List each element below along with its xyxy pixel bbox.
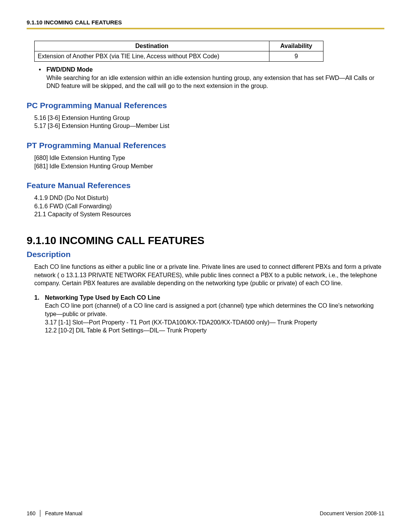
bullet-body: While searching for an idle extension wi…	[46, 74, 384, 90]
bullet-title: FWD/DND Mode	[46, 66, 384, 74]
bullet-icon: •	[39, 66, 46, 90]
main-section-heading: 9.1.10 INCOMING CALL FEATURES	[27, 235, 384, 247]
footer-page-number: 160	[27, 510, 35, 516]
pc-programming-refs: 5.16 [3-6] Extension Hunting Group 5.17 …	[34, 114, 384, 130]
header-rule	[27, 28, 384, 29]
table-cell-destination: Extension of Another PBX (via TIE Line, …	[35, 51, 269, 62]
networking-type-item: 1. Networking Type Used by Each CO Line …	[34, 294, 384, 335]
page-header: 9.1.10 INCOMING CALL FEATURES	[27, 19, 384, 26]
description-body: Each CO line functions as either a publi…	[34, 263, 384, 288]
destination-table: Destination Availability Extension of An…	[34, 41, 323, 62]
table-header-availability: Availability	[269, 41, 323, 51]
feature-manual-refs: 4.1.9 DND (Do Not Disturb) 6.1.6 FWD (Ca…	[34, 194, 384, 219]
pc-programming-heading: PC Programming Manual References	[27, 101, 384, 110]
footer-manual-name: Feature Manual	[45, 510, 82, 516]
feature-manual-heading: Feature Manual References	[27, 181, 384, 190]
table-row: Extension of Another PBX (via TIE Line, …	[35, 51, 323, 62]
pt-programming-heading: PT Programming Manual References	[27, 141, 384, 150]
pt-programming-refs: [680] Idle Extension Hunting Type [681] …	[34, 154, 384, 170]
table-header-destination: Destination	[35, 41, 269, 51]
item-number: 1.	[34, 294, 45, 335]
item-body: Each CO line port (channel) of a CO line…	[45, 302, 384, 334]
page-footer: 160 Feature Manual Document Version 2008…	[27, 510, 384, 517]
item-title: Networking Type Used by Each CO Line	[45, 294, 384, 302]
footer-divider	[40, 510, 40, 517]
table-cell-availability: 9	[269, 51, 323, 62]
fwd-dnd-bullet: • FWD/DND Mode While searching for an id…	[39, 66, 384, 90]
footer-version: Document Version 2008-11	[320, 510, 384, 516]
description-heading: Description	[27, 250, 384, 259]
